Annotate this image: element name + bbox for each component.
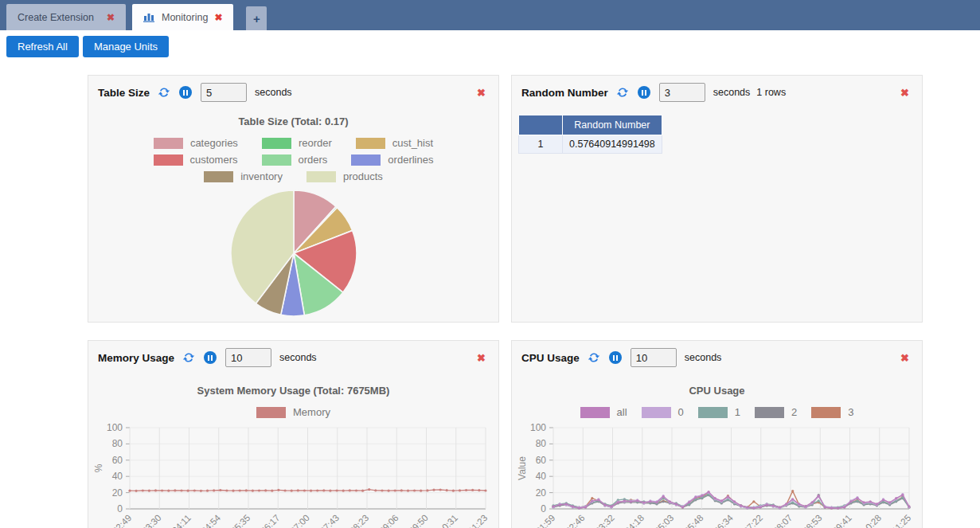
data-point[interactable]	[232, 490, 234, 492]
data-point[interactable]	[688, 501, 690, 503]
data-point[interactable]	[252, 490, 254, 492]
refresh-all-button[interactable]: Refresh All	[6, 36, 79, 57]
data-point[interactable]	[361, 490, 364, 492]
data-point[interactable]	[578, 506, 580, 509]
data-point[interactable]	[856, 499, 858, 502]
data-point[interactable]	[291, 490, 293, 492]
data-point[interactable]	[804, 505, 806, 507]
data-point[interactable]	[484, 489, 486, 491]
data-point[interactable]	[174, 489, 176, 491]
data-point[interactable]	[611, 505, 613, 507]
data-point[interactable]	[818, 499, 820, 502]
data-point[interactable]	[368, 488, 370, 491]
pause-icon[interactable]	[204, 351, 217, 364]
data-point[interactable]	[245, 489, 248, 491]
data-point[interactable]	[869, 500, 872, 503]
data-point[interactable]	[675, 503, 677, 505]
data-point[interactable]	[271, 490, 273, 492]
data-point[interactable]	[322, 489, 325, 491]
refresh-icon[interactable]	[182, 351, 195, 364]
data-point[interactable]	[303, 489, 306, 491]
data-point[interactable]	[465, 489, 467, 491]
data-point[interactable]	[239, 489, 241, 491]
data-point[interactable]	[623, 499, 626, 502]
close-icon[interactable]: ✖	[107, 13, 115, 22]
data-point[interactable]	[824, 506, 826, 508]
close-icon[interactable]: ✖	[897, 350, 912, 366]
data-point[interactable]	[452, 490, 455, 492]
data-point[interactable]	[394, 489, 396, 491]
data-point[interactable]	[785, 503, 787, 505]
data-point[interactable]	[187, 490, 189, 492]
data-point[interactable]	[336, 489, 338, 491]
data-point[interactable]	[420, 490, 422, 492]
data-point[interactable]	[876, 503, 878, 505]
data-point[interactable]	[752, 506, 755, 509]
data-point[interactable]	[154, 489, 157, 491]
data-point[interactable]	[649, 500, 651, 503]
data-point[interactable]	[329, 490, 331, 492]
data-point[interactable]	[381, 489, 383, 491]
data-point[interactable]	[849, 500, 852, 503]
data-point[interactable]	[413, 489, 416, 491]
data-point[interactable]	[791, 501, 794, 503]
data-point[interactable]	[446, 489, 448, 491]
data-point[interactable]	[830, 506, 833, 509]
data-point[interactable]	[798, 503, 800, 505]
manage-units-button[interactable]: Manage Units	[83, 36, 169, 57]
data-point[interactable]	[584, 506, 587, 508]
data-point[interactable]	[161, 489, 163, 491]
data-point[interactable]	[200, 490, 202, 492]
data-point[interactable]	[277, 489, 279, 491]
data-point[interactable]	[552, 505, 554, 507]
data-point[interactable]	[617, 501, 619, 503]
data-point[interactable]	[591, 497, 593, 499]
data-point[interactable]	[888, 501, 891, 503]
data-point[interactable]	[669, 500, 671, 503]
refresh-icon[interactable]	[616, 86, 629, 99]
data-point[interactable]	[791, 498, 794, 500]
tab-create-extension[interactable]: Create Extension ✖	[6, 4, 126, 30]
data-point[interactable]	[597, 499, 599, 501]
close-icon[interactable]: ✖	[474, 350, 489, 366]
data-point[interactable]	[284, 489, 287, 491]
data-point[interactable]	[407, 490, 409, 492]
data-point[interactable]	[636, 499, 638, 502]
close-icon[interactable]: ✖	[897, 85, 912, 100]
tab-monitoring[interactable]: Monitoring ✖	[132, 4, 233, 30]
data-point[interactable]	[759, 506, 762, 508]
data-point[interactable]	[426, 489, 428, 491]
data-point[interactable]	[565, 503, 568, 505]
data-point[interactable]	[662, 500, 665, 503]
data-point[interactable]	[471, 489, 474, 491]
data-point[interactable]	[310, 490, 312, 492]
data-point[interactable]	[180, 489, 182, 491]
data-point[interactable]	[264, 489, 267, 491]
data-point[interactable]	[908, 505, 910, 507]
data-point[interactable]	[642, 501, 645, 503]
data-point[interactable]	[355, 489, 357, 491]
data-point[interactable]	[720, 499, 723, 502]
pause-icon[interactable]	[179, 86, 192, 99]
data-point[interactable]	[219, 489, 221, 491]
data-point[interactable]	[349, 489, 351, 491]
interval-input[interactable]	[659, 83, 705, 102]
data-point[interactable]	[388, 490, 390, 492]
data-point[interactable]	[225, 489, 228, 491]
data-point[interactable]	[772, 504, 775, 506]
data-point[interactable]	[694, 496, 697, 499]
data-point[interactable]	[714, 497, 716, 499]
data-point[interactable]	[843, 506, 845, 508]
data-point[interactable]	[779, 506, 781, 508]
data-point[interactable]	[459, 489, 461, 491]
data-point[interactable]	[901, 494, 904, 496]
table-row[interactable]: 1 0.57640914991498	[519, 135, 662, 154]
data-point[interactable]	[439, 488, 442, 491]
refresh-icon[interactable]	[588, 351, 600, 364]
data-point[interactable]	[135, 490, 138, 492]
data-point[interactable]	[863, 501, 865, 503]
interval-input[interactable]	[225, 348, 271, 367]
data-point[interactable]	[572, 505, 574, 507]
close-icon[interactable]: ✖	[474, 85, 489, 100]
data-point[interactable]	[342, 490, 345, 492]
